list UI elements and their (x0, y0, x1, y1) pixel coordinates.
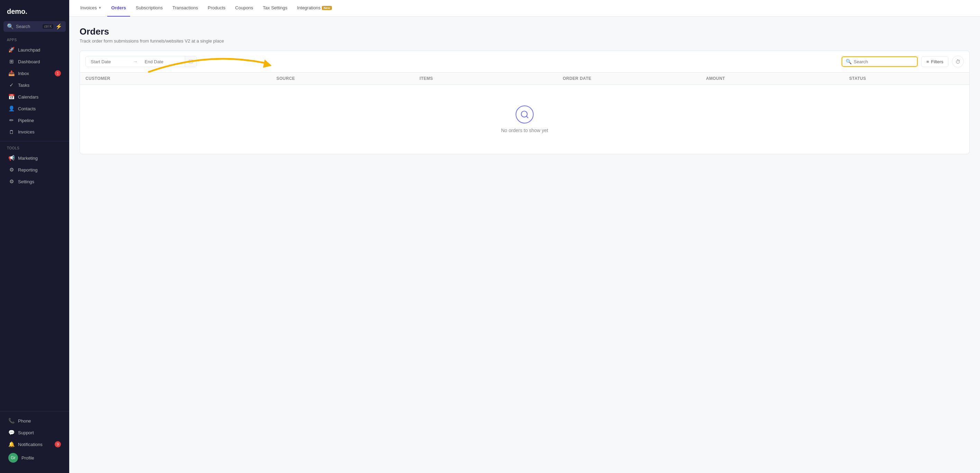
search-kbd: ctrl K (43, 24, 53, 29)
search-icon: 🔍 (7, 23, 14, 30)
bolt-icon: ⚡ (56, 23, 62, 30)
sidebar-item-dashboard[interactable]: ⊞ Dashboard (2, 56, 68, 67)
sidebar-bottom-divider (0, 411, 69, 411)
sidebar-item-label: Launchpad (18, 48, 40, 52)
sidebar-item-support[interactable]: 💬 Support (2, 427, 68, 438)
sidebar-divider (0, 141, 69, 141)
tab-orders-label: Orders (111, 5, 126, 10)
sidebar-item-label: Invoices (18, 129, 35, 135)
empty-search-icon (515, 105, 534, 124)
settings-icon: ⚙ (8, 178, 14, 185)
tab-invoices-label: Invoices (80, 5, 97, 10)
sidebar: demo. 🔍 Search ctrl K ⚡ Apps 🚀 Launchpad… (0, 0, 69, 473)
search-input[interactable] (854, 59, 913, 64)
sidebar-item-label: Reporting (18, 167, 37, 173)
calendars-icon: 📅 (8, 94, 14, 100)
avatar: Gr (8, 453, 18, 463)
pipeline-icon: ✏ (8, 117, 14, 124)
page-subtitle: Track order form submissions from funnel… (80, 38, 970, 44)
sidebar-item-tasks[interactable]: ✓ Tasks (2, 79, 68, 91)
sidebar-item-settings[interactable]: ⚙ Settings (2, 176, 68, 187)
toolbar: → ☐ 🔍 ≡ Filters ⏱ (80, 51, 969, 73)
tab-transactions[interactable]: Transactions (168, 0, 202, 17)
tab-coupons[interactable]: Coupons (231, 0, 258, 17)
search-icon: 🔍 (846, 59, 852, 64)
apps-section-label: Apps (0, 37, 69, 44)
clock-icon: ⏱ (955, 59, 961, 65)
sidebar-item-label: Pipeline (18, 118, 34, 123)
tab-coupons-label: Coupons (235, 5, 253, 10)
sidebar-item-label: Profile (21, 456, 34, 460)
tab-transactions-label: Transactions (172, 5, 198, 10)
table-header: Customer Source Items Order Date Amount … (80, 73, 969, 85)
notifications-icon: 🔔 (8, 441, 14, 448)
tab-products-label: Products (208, 5, 225, 10)
sidebar-item-invoices-nav[interactable]: 🗒 Invoices (2, 126, 68, 138)
filters-button[interactable]: ≡ Filters (921, 56, 948, 67)
sidebar-item-label: Support (18, 430, 34, 435)
sidebar-item-phone[interactable]: 📞 Phone (2, 415, 68, 427)
sidebar-item-pipeline[interactable]: ✏ Pipeline (2, 114, 68, 126)
sidebar-item-label: Settings (18, 179, 34, 184)
sidebar-item-marketing[interactable]: 📢 Marketing (2, 152, 68, 164)
tab-subscriptions-label: Subscriptions (136, 5, 163, 10)
empty-state-text: No orders to show yet (501, 128, 548, 133)
start-date-input[interactable] (86, 57, 131, 67)
end-date-input[interactable] (140, 57, 185, 67)
date-range-picker[interactable]: → ☐ (86, 56, 197, 67)
sidebar-search-label: Search (16, 24, 40, 29)
col-order-date: Order Date (563, 76, 706, 81)
sidebar-item-reporting[interactable]: ⚙ Reporting (2, 164, 68, 176)
sidebar-item-contacts[interactable]: 👤 Contacts (2, 103, 68, 114)
tools-section-label: Tools (0, 145, 69, 152)
col-source: Source (277, 76, 420, 81)
tab-subscriptions[interactable]: Subscriptions (132, 0, 167, 17)
contacts-icon: 👤 (8, 105, 14, 112)
sidebar-item-label: Calendars (18, 94, 38, 100)
calendar-icon[interactable]: ☐ (185, 56, 197, 67)
tab-integrations-label: Integrations (297, 5, 320, 10)
tab-tax-settings[interactable]: Tax Settings (259, 0, 292, 17)
dashboard-icon: ⊞ (8, 59, 14, 65)
tab-integrations[interactable]: Integrations New (293, 0, 336, 17)
new-badge: New (322, 6, 332, 10)
col-customer: Customer (86, 76, 277, 81)
content-area: Orders Track order form submissions from… (69, 17, 980, 473)
marketing-icon: 📢 (8, 155, 14, 161)
sidebar-bottom: 📞 Phone 💬 Support 🔔 Notifications 9 Gr P… (0, 408, 69, 469)
support-icon: 💬 (8, 429, 14, 436)
sidebar-item-label: Phone (18, 418, 31, 424)
col-items: Items (420, 76, 563, 81)
reporting-icon: ⚙ (8, 167, 14, 173)
launchpad-icon: 🚀 (8, 47, 14, 53)
filters-label: Filters (931, 59, 943, 64)
app-logo: demo. (0, 4, 69, 21)
sidebar-search-button[interactable]: 🔍 Search ctrl K ⚡ (3, 21, 66, 32)
sidebar-item-calendars[interactable]: 📅 Calendars (2, 91, 68, 103)
notifications-badge: 9 (55, 441, 61, 448)
sidebar-item-label: Notifications (18, 442, 43, 447)
tasks-icon: ✓ (8, 82, 14, 88)
invoices-nav-icon: 🗒 (8, 129, 14, 135)
orders-table-container: → ☐ 🔍 ≡ Filters ⏱ Cus (80, 51, 970, 154)
tab-products[interactable]: Products (204, 0, 229, 17)
sidebar-item-notifications[interactable]: 🔔 Notifications 9 (2, 438, 68, 450)
date-arrow-icon: → (131, 59, 140, 64)
main-area: Invoices ▼ Orders Subscriptions Transact… (69, 0, 980, 473)
sidebar-item-label: Marketing (18, 156, 38, 161)
col-status: Status (849, 76, 964, 81)
sidebar-item-label: Contacts (18, 106, 36, 111)
sidebar-item-launchpad[interactable]: 🚀 Launchpad (2, 44, 68, 56)
filter-icon: ≡ (926, 59, 929, 64)
tab-orders[interactable]: Orders (107, 0, 130, 17)
sidebar-item-label: Dashboard (18, 59, 40, 64)
sidebar-item-profile[interactable]: Gr Profile (2, 450, 68, 465)
empty-state: No orders to show yet (80, 85, 969, 154)
tab-invoices[interactable]: Invoices ▼ (76, 0, 106, 17)
search-box[interactable]: 🔍 (842, 56, 918, 67)
chevron-down-icon: ▼ (98, 6, 102, 10)
tab-tax-settings-label: Tax Settings (263, 5, 288, 10)
download-button[interactable]: ⏱ (952, 56, 964, 67)
sidebar-item-inbox[interactable]: 📥 Inbox 1 (2, 67, 68, 79)
inbox-badge: 1 (55, 70, 61, 76)
